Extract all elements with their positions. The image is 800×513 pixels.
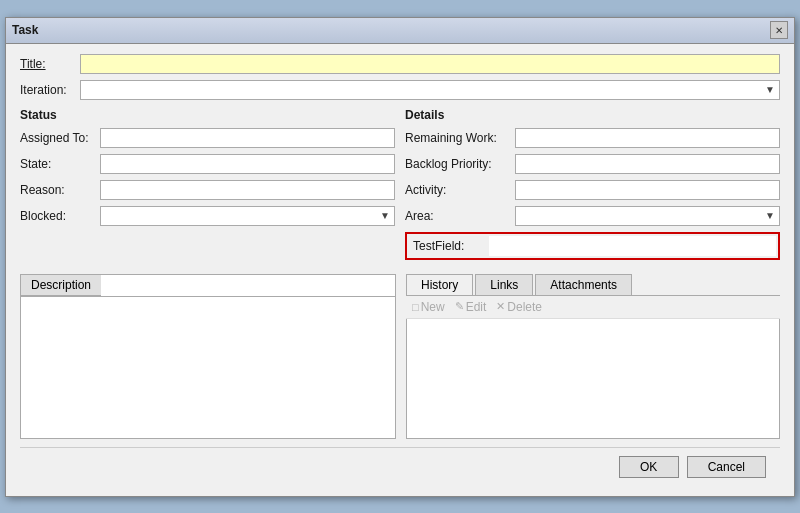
status-title: Status	[20, 108, 395, 122]
tab-bar: History Links Attachments	[406, 274, 780, 296]
state-row: State:	[20, 154, 395, 174]
assigned-to-label: Assigned To:	[20, 131, 100, 145]
area-row: Area: ▼	[405, 206, 780, 226]
cancel-button[interactable]: Cancel	[687, 456, 766, 478]
history-toolbar: □ New ✎ Edit ✕ Delete	[406, 296, 780, 319]
history-body	[406, 319, 780, 439]
close-button[interactable]: ✕	[770, 21, 788, 39]
remaining-work-row: Remaining Work:	[405, 128, 780, 148]
delete-button[interactable]: ✕ Delete	[496, 300, 542, 314]
bottom-section: Description History Links Attachments □ …	[20, 274, 780, 439]
title-row: Title:	[20, 54, 780, 74]
details-column: Details Remaining Work: Backlog Priority…	[405, 108, 780, 266]
delete-icon: ✕	[496, 300, 505, 313]
backlog-priority-label: Backlog Priority:	[405, 157, 515, 171]
activity-row: Activity:	[405, 180, 780, 200]
reason-label: Reason:	[20, 183, 100, 197]
testfield-input[interactable]	[489, 236, 776, 256]
blocked-label: Blocked:	[20, 209, 100, 223]
iteration-select[interactable]: ▼	[80, 80, 780, 100]
iteration-row: Iteration: ▼	[20, 80, 780, 100]
remaining-work-label: Remaining Work:	[405, 131, 515, 145]
backlog-priority-row: Backlog Priority:	[405, 154, 780, 174]
blocked-select[interactable]: ▼	[100, 206, 395, 226]
title-input[interactable]	[80, 54, 780, 74]
blocked-arrow-icon: ▼	[380, 210, 390, 221]
tab-links[interactable]: Links	[475, 274, 533, 295]
area-arrow-icon: ▼	[765, 210, 775, 221]
ok-button[interactable]: OK	[619, 456, 679, 478]
state-input[interactable]	[100, 154, 395, 174]
iteration-label: Iteration:	[20, 83, 80, 97]
new-button[interactable]: □ New	[412, 300, 445, 314]
state-label: State:	[20, 157, 100, 171]
tab-attachments[interactable]: Attachments	[535, 274, 632, 295]
testfield-label: TestField:	[409, 239, 489, 253]
assigned-to-row: Assigned To:	[20, 128, 395, 148]
description-panel: Description	[20, 274, 396, 439]
backlog-priority-input[interactable]	[515, 154, 780, 174]
area-select[interactable]: ▼	[515, 206, 780, 226]
edit-button[interactable]: ✎ Edit	[455, 300, 487, 314]
remaining-work-input[interactable]	[515, 128, 780, 148]
dialog-title: Task	[12, 23, 38, 37]
new-icon: □	[412, 301, 419, 313]
edit-icon: ✎	[455, 300, 464, 313]
dialog-content: Title: Iteration: ▼ Status Assigned To: …	[6, 44, 794, 496]
title-bar: Task ✕	[6, 18, 794, 44]
reason-input[interactable]	[100, 180, 395, 200]
activity-input[interactable]	[515, 180, 780, 200]
iteration-arrow-icon: ▼	[765, 84, 775, 95]
dialog-footer: OK Cancel	[20, 447, 780, 486]
reason-row: Reason:	[20, 180, 395, 200]
task-dialog: Task ✕ Title: Iteration: ▼ Status Assign…	[5, 17, 795, 497]
main-columns: Status Assigned To: State: Reason: Block…	[20, 108, 780, 266]
status-column: Status Assigned To: State: Reason: Block…	[20, 108, 395, 266]
activity-label: Activity:	[405, 183, 515, 197]
history-panel: History Links Attachments □ New ✎ Edit ✕	[406, 274, 780, 439]
testfield-row: TestField:	[405, 232, 780, 260]
assigned-to-input[interactable]	[100, 128, 395, 148]
details-title: Details	[405, 108, 780, 122]
title-label: Title:	[20, 57, 80, 71]
tab-history[interactable]: History	[406, 274, 473, 295]
description-tab[interactable]: Description	[21, 275, 101, 296]
description-body	[21, 297, 395, 438]
area-label: Area:	[405, 209, 515, 223]
blocked-row: Blocked: ▼	[20, 206, 395, 226]
